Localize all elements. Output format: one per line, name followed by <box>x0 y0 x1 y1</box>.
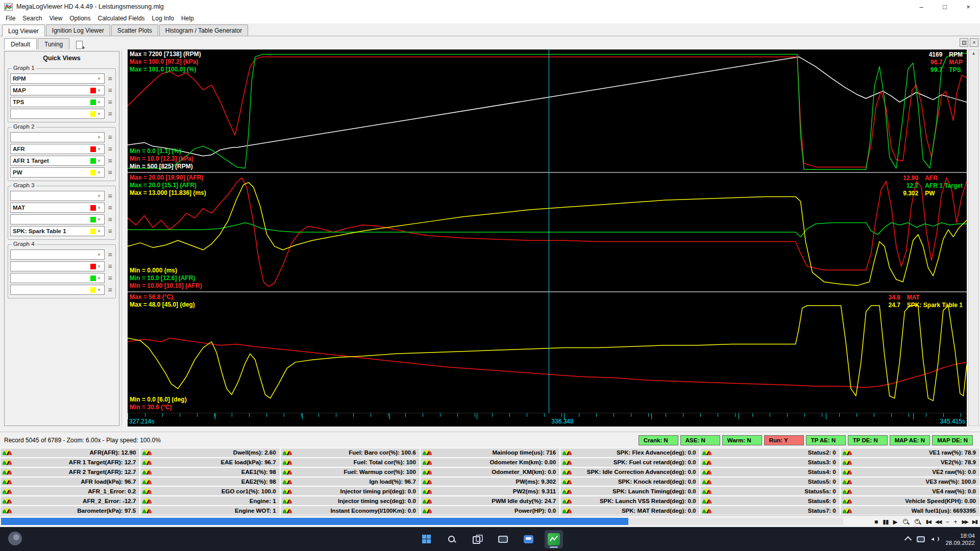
channel-options-icon[interactable]: ≡ <box>107 252 113 257</box>
channel-select-mat[interactable]: MAT∨ <box>10 203 105 213</box>
megalogviewer-app-button[interactable] <box>545 530 563 548</box>
fast-forward-button[interactable]: ▶▶ <box>962 519 967 524</box>
maximize-button[interactable]: □ <box>933 0 957 13</box>
horizontal-splitter[interactable]: ◀ ▲ <box>0 427 980 432</box>
scroll-up-icon[interactable]: ▲ <box>969 50 978 56</box>
timeline-strip[interactable]: 327.214s336.348345.415s <box>128 413 967 427</box>
vertical-scrollbar[interactable]: ▲ <box>968 49 979 426</box>
graph-1-plot[interactable] <box>128 49 967 172</box>
channel-select-map[interactable]: MAP∨ <box>10 85 105 95</box>
menu-file[interactable]: File <box>2 14 19 23</box>
step-forward-button[interactable]: + <box>953 519 957 525</box>
channel-select-empty[interactable]: ∨ <box>10 214 105 224</box>
graph-panel-2[interactable]: Max = 20.00 [19.90] (AFR)Max = 20.0 [15.… <box>128 173 967 291</box>
channel-select-afr-1-target[interactable]: AFR 1 Target∨ <box>10 156 105 166</box>
channel-select-empty[interactable]: ∨ <box>10 109 105 119</box>
speaker-icon[interactable] <box>931 536 939 543</box>
close-panel-icon[interactable]: × <box>970 38 978 47</box>
pause-button[interactable]: ▮▮ <box>883 519 888 525</box>
channel-options-icon[interactable]: ≡ <box>107 205 113 210</box>
graph-panel-1[interactable]: Max = 7200 [7138] (RPM)Max = 100.0 [97.2… <box>128 49 967 172</box>
gauge-dial-icon <box>142 469 152 474</box>
channel-options-icon[interactable]: ≡ <box>107 76 113 81</box>
channel-options-icon[interactable]: ≡ <box>107 158 113 163</box>
channel-select-empty[interactable]: ∨ <box>10 261 105 271</box>
skip-start-button[interactable]: ▮◀ <box>926 519 930 524</box>
menu-options[interactable]: Options <box>66 14 94 23</box>
graph-2-plot[interactable] <box>128 173 967 291</box>
snipping-tool-button[interactable] <box>494 530 512 548</box>
taskbar-clock[interactable]: 18:04 28.09.2022 <box>945 532 975 546</box>
channel-select-empty[interactable]: ∨ <box>10 132 105 142</box>
gauge-dial-icon <box>423 489 432 494</box>
gauge-dial-icon <box>142 450 152 455</box>
tab-histogram-table-generator[interactable]: Histogram / Table Generator <box>159 24 249 36</box>
task-view-button[interactable] <box>468 530 486 548</box>
playback-cursor[interactable] <box>549 49 549 413</box>
series-color-chip <box>90 252 96 258</box>
menu-help[interactable]: Help <box>178 14 198 23</box>
menu-search[interactable]: Search <box>19 14 45 23</box>
channel-select-spk-spark-table-1[interactable]: SPK: Spark Table 1∨ <box>10 226 105 236</box>
channel-options-icon[interactable]: ≡ <box>107 88 113 93</box>
play-button[interactable]: ▶ <box>893 519 898 525</box>
channel-select-rpm[interactable]: RPM∨ <box>10 73 105 84</box>
record-status: Record 5045 of 6789 - Zoom: 6.00x - Play… <box>4 437 161 444</box>
gauge-afr-afr: AFR(AFR): 12.90 <box>1 448 139 457</box>
dock-panel-icon[interactable] <box>960 38 968 47</box>
channel-label: TPS <box>13 99 24 105</box>
channel-label: AFR 1 Target <box>13 158 49 164</box>
new-view-icon[interactable] <box>75 40 85 49</box>
start-button[interactable] <box>417 530 435 548</box>
channel-options-icon[interactable]: ≡ <box>107 193 113 198</box>
channel-options-icon[interactable]: ≡ <box>107 217 113 222</box>
channel-options-icon[interactable]: ≡ <box>107 229 113 234</box>
zoom-in-icon[interactable]: + <box>914 518 921 525</box>
timeline-scrollbar[interactable] <box>1 518 843 525</box>
skip-end-button[interactable]: ▶▮ <box>972 519 977 524</box>
tray-chevron-icon[interactable] <box>904 536 912 543</box>
view-tab-default[interactable]: Default <box>4 38 37 49</box>
channel-options-icon[interactable]: ≡ <box>107 99 113 105</box>
stop-button[interactable]: ■ <box>874 519 878 525</box>
channel-select-empty[interactable]: ∨ <box>10 249 105 260</box>
channel-select-empty[interactable]: ∨ <box>10 285 105 295</box>
gauge-dial-icon <box>423 469 432 474</box>
tab-ignition-log-viewer[interactable]: Ignition Log Viewer <box>46 24 110 36</box>
menu-log-info[interactable]: Log Info <box>149 14 178 23</box>
channel-options-icon[interactable]: ≡ <box>107 264 113 269</box>
channel-options-icon[interactable]: ≡ <box>107 276 113 281</box>
tab-log-viewer[interactable]: Log Viewer <box>2 24 45 36</box>
channel-options-icon[interactable]: ≡ <box>107 111 113 116</box>
channel-options-icon[interactable]: ≡ <box>107 170 113 175</box>
close-button[interactable]: × <box>957 0 980 13</box>
max-label: Max = 20.00 [19.90] (AFR) <box>130 174 206 182</box>
menu-calculated-fields[interactable]: Calculated Fields <box>94 14 149 23</box>
channel-select-pw[interactable]: PW∨ <box>10 167 105 178</box>
channel-select-tps[interactable]: TPS∨ <box>10 97 105 107</box>
rewind-button[interactable]: ◀◀ <box>935 519 941 524</box>
channel-options-icon[interactable]: ≡ <box>107 146 113 152</box>
chevron-down-icon: ∨ <box>96 253 102 257</box>
zoom-out-icon[interactable]: − <box>902 518 910 525</box>
channel-label: SPK: Spark Table 1 <box>13 228 66 234</box>
channel-options-icon[interactable]: ≡ <box>107 287 113 292</box>
step-back-button[interactable]: − <box>945 519 949 525</box>
tab-scatter-plots[interactable]: Scatter Plots <box>111 24 158 36</box>
sidebar-splitter[interactable] <box>121 51 124 426</box>
menu-view[interactable]: View <box>45 14 66 23</box>
channel-select-empty[interactable]: ∨ <box>10 273 105 283</box>
gauge-text: Odometer_KM(km): 0.0 <box>492 469 556 475</box>
channel-select-afr[interactable]: AFR∨ <box>10 144 105 154</box>
network-icon[interactable] <box>917 536 925 542</box>
readout-afr-1-target: 12.7AFR 1 Target <box>890 182 963 190</box>
channel-select-empty[interactable]: ∨ <box>10 191 105 201</box>
view-tab-tuning[interactable]: Tuning <box>38 38 69 49</box>
gauge-status4: Status4: 0 <box>700 468 839 477</box>
minimize-button[interactable]: – <box>910 0 933 13</box>
taskbar-search-button[interactable] <box>443 530 461 548</box>
graph-3-plot[interactable] <box>128 292 967 413</box>
chat-button[interactable] <box>519 530 537 548</box>
channel-options-icon[interactable]: ≡ <box>107 135 113 140</box>
graph-panel-3[interactable]: Max = 56.8 (°C)Max = 48.0 [45.0] (deg)Mi… <box>128 292 967 413</box>
